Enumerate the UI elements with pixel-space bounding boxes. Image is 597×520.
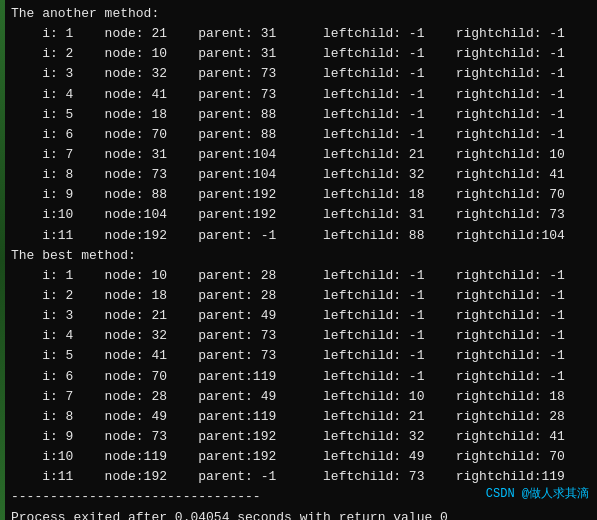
table-row: i: 8 node: 73 parent:104 leftchild: 32 r… xyxy=(11,165,591,185)
terminal-content: The another method: i: 1 node: 21 parent… xyxy=(11,4,591,520)
table-row: i: 6 node: 70 parent: 88 leftchild: -1 r… xyxy=(11,125,591,145)
table-row: i: 7 node: 31 parent:104 leftchild: 21 r… xyxy=(11,145,591,165)
section2-rows: i: 1 node: 10 parent: 28 leftchild: -1 r… xyxy=(11,266,591,488)
process-line1: Process exited after 0.04054 seconds wit… xyxy=(11,508,591,520)
table-row: i: 3 node: 32 parent: 73 leftchild: -1 r… xyxy=(11,64,591,84)
watermark: CSDN @做人求其滴 xyxy=(486,485,589,502)
table-row: i: 9 node: 73 parent:192 leftchild: 32 r… xyxy=(11,427,591,447)
table-row: i: 8 node: 49 parent:119 leftchild: 21 r… xyxy=(11,407,591,427)
section1-rows: i: 1 node: 21 parent: 31 leftchild: -1 r… xyxy=(11,24,591,246)
table-row: i: 3 node: 21 parent: 49 leftchild: -1 r… xyxy=(11,306,591,326)
table-row: i: 5 node: 41 parent: 73 leftchild: -1 r… xyxy=(11,346,591,366)
table-row: i:10 node:119 parent:192 leftchild: 49 r… xyxy=(11,447,591,467)
terminal-window: The another method: i: 1 node: 21 parent… xyxy=(0,0,597,520)
table-row: i: 9 node: 88 parent:192 leftchild: 18 r… xyxy=(11,185,591,205)
table-row: i: 6 node: 70 parent:119 leftchild: -1 r… xyxy=(11,367,591,387)
section1-header: The another method: xyxy=(11,4,591,24)
table-row: i: 7 node: 28 parent: 49 leftchild: 10 r… xyxy=(11,387,591,407)
table-row: i:10 node:104 parent:192 leftchild: 31 r… xyxy=(11,205,591,225)
table-row: i: 2 node: 10 parent: 31 leftchild: -1 r… xyxy=(11,44,591,64)
table-row: i: 2 node: 18 parent: 28 leftchild: -1 r… xyxy=(11,286,591,306)
table-row: i: 4 node: 41 parent: 73 leftchild: -1 r… xyxy=(11,85,591,105)
table-row: i: 4 node: 32 parent: 73 leftchild: -1 r… xyxy=(11,326,591,346)
table-row: i:11 node:192 parent: -1 leftchild: 88 r… xyxy=(11,226,591,246)
table-row: i: 1 node: 21 parent: 31 leftchild: -1 r… xyxy=(11,24,591,44)
table-row: i: 1 node: 10 parent: 28 leftchild: -1 r… xyxy=(11,266,591,286)
left-accent-bar xyxy=(0,0,5,520)
section2-header: The best method: xyxy=(11,246,591,266)
table-row: i: 5 node: 18 parent: 88 leftchild: -1 r… xyxy=(11,105,591,125)
